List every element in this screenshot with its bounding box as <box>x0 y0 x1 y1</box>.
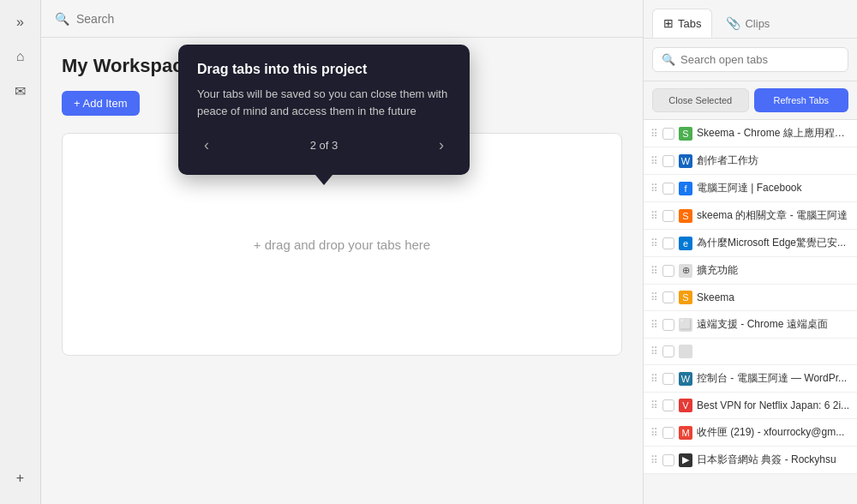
tabs-icon: ⊞ <box>663 16 674 30</box>
tabs-label: Tabs <box>678 17 701 30</box>
refresh-tabs-button[interactable]: Refresh Tabs <box>754 88 849 112</box>
tab-favicon: ⬜ <box>679 318 692 332</box>
tab-favicon: W <box>679 372 692 386</box>
tab-list-item[interactable]: ⠿ e 為什麼Microsoft Edge驚覺已安... <box>644 230 857 257</box>
tooltip-popup: Drag tabs into this project Your tabs wi… <box>178 45 470 175</box>
tab-checkbox[interactable] <box>662 128 674 140</box>
tab-title: Skeema <box>697 291 850 303</box>
drag-handle-icon: ⠿ <box>650 454 658 466</box>
workspace-area: My Workspace + Add Item Drag tabs into t… <box>41 38 643 504</box>
drop-zone-text: + drag and drop your tabs here <box>254 237 430 252</box>
inbox-icon[interactable]: ✉ <box>5 75 36 106</box>
tab-list-item[interactable]: ⠿ S skeema 的相關文章 - 電腦王阿達 <box>644 202 857 230</box>
tab-favicon: f <box>679 182 692 195</box>
tab-list-item[interactable]: ⠿ S Skeema - Chrome 線上應用程式... <box>644 120 857 147</box>
tab-title: Best VPN for Netflix Japan: 6 2i... <box>697 399 850 411</box>
drag-handle-icon: ⠿ <box>650 427 658 439</box>
add-item-button[interactable]: + Add Item <box>62 91 140 116</box>
tab-checkbox[interactable] <box>662 345 674 357</box>
tooltip-prev-button[interactable]: ‹ <box>197 133 216 158</box>
tab-list-item[interactable]: ⠿ <box>644 339 857 365</box>
tab-title: 收件匣 (219) - xfourrocky@gm... <box>697 425 850 440</box>
tab-favicon: ▶ <box>679 453 692 467</box>
tooltip-navigation: ‹ 2 of 3 › <box>197 133 451 158</box>
left-sidebar: » ⌂ ✉ + <box>0 0 41 504</box>
drag-handle-icon: ⠿ <box>650 237 658 249</box>
drag-handle-icon: ⠿ <box>650 210 658 222</box>
tabs-list: ⠿ S Skeema - Chrome 線上應用程式... ⠿ W 創作者工作坊… <box>644 120 857 504</box>
clips-label: Clips <box>745 17 770 30</box>
tab-list-item[interactable]: ⠿ ⬜ 遠端支援 - Chrome 遠端桌面 <box>644 311 857 339</box>
tab-tabs[interactable]: ⊞ Tabs <box>652 9 712 38</box>
tooltip-description: Your tabs will be saved so you can close… <box>197 86 451 119</box>
tab-list-item[interactable]: ⠿ S Skeema <box>644 285 857 311</box>
tooltip-counter: 2 of 3 <box>310 139 339 152</box>
drag-handle-icon: ⠿ <box>650 399 658 411</box>
tooltip-next-button[interactable]: › <box>432 133 451 158</box>
tab-favicon: S <box>679 209 692 223</box>
tab-favicon <box>679 345 692 358</box>
tab-title: Skeema - Chrome 線上應用程式... <box>697 126 850 141</box>
tab-favicon: V <box>679 399 692 412</box>
tab-title: 電腦王阿達 | Facebook <box>697 181 850 195</box>
panel-search-area: 🔍 <box>644 39 857 81</box>
tab-favicon: e <box>679 237 692 250</box>
tab-title: 創作者工作坊 <box>697 153 850 168</box>
drag-handle-icon: ⠿ <box>650 265 658 277</box>
tab-favicon: S <box>679 291 692 304</box>
tab-title: 遠端支援 - Chrome 遠端桌面 <box>697 317 850 332</box>
close-selected-button[interactable]: Close Selected <box>652 88 749 112</box>
drag-handle-icon: ⠿ <box>650 373 658 385</box>
tab-checkbox[interactable] <box>662 454 674 466</box>
tab-list-item[interactable]: ⠿ V Best VPN for Netflix Japan: 6 2i... <box>644 393 857 419</box>
tab-list-item[interactable]: ⠿ W 創作者工作坊 <box>644 147 857 175</box>
tab-list-item[interactable]: ⠿ W 控制台 - 電腦王阿達 — WordPr... <box>644 365 857 393</box>
tab-list-item[interactable]: ⠿ ▶ 日本影音網站 典簽 - Rockyhsu <box>644 447 857 474</box>
drag-handle-icon: ⠿ <box>650 291 658 303</box>
drag-handle-icon: ⠿ <box>650 155 658 167</box>
tab-checkbox[interactable] <box>662 210 674 222</box>
tab-list-item[interactable]: ⠿ ⊕ 擴充功能 <box>644 257 857 285</box>
tab-list-item[interactable]: ⠿ M 收件匣 (219) - xfourrocky@gm... <box>644 419 857 447</box>
panel-actions: Close Selected Refresh Tabs <box>644 81 857 120</box>
main-content: 🔍 My Workspace + Add Item Drag tabs into… <box>41 0 643 504</box>
search-box-icon: 🔍 <box>662 53 675 66</box>
drag-handle-icon: ⠿ <box>650 183 658 195</box>
tab-favicon: S <box>679 127 692 141</box>
tab-checkbox[interactable] <box>662 183 674 195</box>
drag-handle-icon: ⠿ <box>650 319 658 331</box>
tab-title: 為什麼Microsoft Edge驚覺已安... <box>697 236 850 250</box>
tab-checkbox[interactable] <box>662 155 674 167</box>
tab-title: 控制台 - 電腦王阿達 — WordPr... <box>697 371 850 386</box>
top-search-bar: 🔍 <box>41 0 643 38</box>
tab-checkbox[interactable] <box>662 265 674 277</box>
tab-list-item[interactable]: ⠿ f 電腦王阿達 | Facebook <box>644 175 857 202</box>
tab-checkbox[interactable] <box>662 427 674 439</box>
search-input[interactable] <box>76 12 629 26</box>
tab-clips[interactable]: 📎 Clips <box>716 9 780 37</box>
search-icon: 🔍 <box>55 12 69 26</box>
tab-title: 日本影音網站 典簽 - Rockyhsu <box>697 453 850 467</box>
right-panel: ⊞ Tabs 📎 Clips 🔍 Close Selected Refresh … <box>643 0 857 504</box>
tab-title: 擴充功能 <box>697 263 850 278</box>
tab-checkbox[interactable] <box>662 399 674 411</box>
drag-handle-icon: ⠿ <box>650 128 658 140</box>
panel-tabs: ⊞ Tabs 📎 Clips <box>644 0 857 39</box>
tab-title: skeema 的相關文章 - 電腦王阿達 <box>697 208 850 223</box>
add-icon[interactable]: + <box>5 463 36 494</box>
tab-favicon: M <box>679 426 692 440</box>
drag-handle-icon: ⠿ <box>650 345 658 357</box>
tab-favicon: W <box>679 154 692 168</box>
tab-checkbox[interactable] <box>662 319 674 331</box>
home-icon[interactable]: ⌂ <box>5 41 36 72</box>
tab-checkbox[interactable] <box>662 373 674 385</box>
expand-collapse-icon[interactable]: » <box>5 7 36 38</box>
tab-favicon: ⊕ <box>679 264 692 278</box>
tab-checkbox[interactable] <box>662 237 674 249</box>
tooltip-title: Drag tabs into this project <box>197 62 451 77</box>
tab-checkbox[interactable] <box>662 291 674 303</box>
clips-icon: 📎 <box>726 16 740 30</box>
tab-search-input[interactable] <box>680 53 839 66</box>
search-box: 🔍 <box>652 47 848 72</box>
